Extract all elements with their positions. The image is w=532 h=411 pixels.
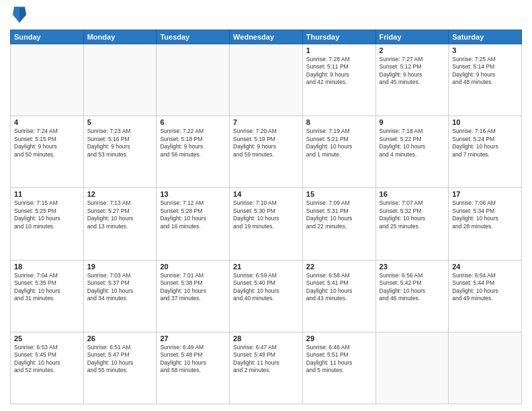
day-number: 6 bbox=[160, 118, 226, 126]
calendar-cell: 25Sunrise: 6:53 AM Sunset: 5:45 PM Dayli… bbox=[11, 332, 84, 404]
calendar-cell bbox=[83, 44, 157, 116]
day-info: Sunrise: 7:20 AM Sunset: 5:19 PM Dayligh… bbox=[233, 128, 299, 158]
calendar-cell: 23Sunrise: 6:56 AM Sunset: 5:42 PM Dayli… bbox=[375, 260, 449, 332]
logo bbox=[10, 7, 28, 24]
calendar-cell: 11Sunrise: 7:15 AM Sunset: 5:25 PM Dayli… bbox=[11, 188, 84, 260]
day-info: Sunrise: 7:03 AM Sunset: 5:37 PM Dayligh… bbox=[87, 272, 153, 303]
day-number: 1 bbox=[306, 46, 372, 54]
day-info: Sunrise: 7:16 AM Sunset: 5:24 PM Dayligh… bbox=[452, 128, 518, 158]
day-info: Sunrise: 6:59 AM Sunset: 5:40 PM Dayligh… bbox=[233, 272, 299, 303]
calendar-cell: 17Sunrise: 7:06 AM Sunset: 5:34 PM Dayli… bbox=[449, 188, 522, 260]
day-number: 4 bbox=[14, 118, 80, 126]
day-info: Sunrise: 7:18 AM Sunset: 5:22 PM Dayligh… bbox=[380, 128, 445, 158]
calendar-cell: 8Sunrise: 7:19 AM Sunset: 5:21 PM Daylig… bbox=[302, 116, 375, 188]
calendar-cell: 5Sunrise: 7:23 AM Sunset: 5:16 PM Daylig… bbox=[83, 116, 157, 188]
calendar-cell: 1Sunrise: 7:28 AM Sunset: 5:11 PM Daylig… bbox=[302, 44, 375, 116]
weekday-header-saturday: Saturday bbox=[449, 30, 522, 44]
weekday-header-monday: Monday bbox=[83, 30, 157, 44]
day-number: 13 bbox=[160, 190, 226, 198]
day-number: 5 bbox=[87, 118, 153, 126]
calendar-cell: 27Sunrise: 6:49 AM Sunset: 5:48 PM Dayli… bbox=[157, 332, 230, 404]
day-number: 28 bbox=[233, 334, 299, 342]
day-number: 18 bbox=[14, 263, 80, 271]
calendar-cell: 19Sunrise: 7:03 AM Sunset: 5:37 PM Dayli… bbox=[83, 260, 157, 332]
calendar-cell: 20Sunrise: 7:01 AM Sunset: 5:38 PM Dayli… bbox=[157, 260, 230, 332]
day-number: 24 bbox=[452, 263, 518, 271]
day-info: Sunrise: 6:46 AM Sunset: 5:51 PM Dayligh… bbox=[306, 344, 372, 375]
day-number: 27 bbox=[160, 334, 226, 342]
calendar-cell: 6Sunrise: 7:22 AM Sunset: 5:18 PM Daylig… bbox=[157, 116, 230, 188]
weekday-header-row: SundayMondayTuesdayWednesdayThursdayFrid… bbox=[11, 30, 522, 44]
calendar-cell: 7Sunrise: 7:20 AM Sunset: 5:19 PM Daylig… bbox=[230, 116, 303, 188]
calendar-cell: 26Sunrise: 6:51 AM Sunset: 5:47 PM Dayli… bbox=[83, 332, 157, 404]
day-info: Sunrise: 7:22 AM Sunset: 5:18 PM Dayligh… bbox=[160, 128, 226, 158]
header bbox=[10, 7, 522, 24]
day-info: Sunrise: 7:07 AM Sunset: 5:32 PM Dayligh… bbox=[380, 199, 445, 230]
day-info: Sunrise: 7:01 AM Sunset: 5:38 PM Dayligh… bbox=[160, 272, 226, 303]
day-number: 3 bbox=[452, 46, 518, 54]
day-info: Sunrise: 7:10 AM Sunset: 5:30 PM Dayligh… bbox=[233, 199, 299, 230]
day-info: Sunrise: 6:56 AM Sunset: 5:42 PM Dayligh… bbox=[380, 272, 445, 303]
day-number: 12 bbox=[87, 190, 153, 198]
calendar-cell: 4Sunrise: 7:24 AM Sunset: 5:15 PM Daylig… bbox=[11, 116, 84, 188]
calendar-cell bbox=[230, 44, 303, 116]
day-info: Sunrise: 7:25 AM Sunset: 5:14 PM Dayligh… bbox=[452, 56, 518, 87]
calendar-table: SundayMondayTuesdayWednesdayThursdayFrid… bbox=[10, 30, 522, 404]
calendar-cell: 18Sunrise: 7:04 AM Sunset: 5:35 PM Dayli… bbox=[11, 260, 84, 332]
day-info: Sunrise: 7:23 AM Sunset: 5:16 PM Dayligh… bbox=[87, 128, 153, 158]
day-info: Sunrise: 6:53 AM Sunset: 5:45 PM Dayligh… bbox=[14, 344, 80, 375]
day-number: 17 bbox=[452, 190, 518, 198]
calendar-cell: 9Sunrise: 7:18 AM Sunset: 5:22 PM Daylig… bbox=[375, 116, 449, 188]
calendar-cell: 14Sunrise: 7:10 AM Sunset: 5:30 PM Dayli… bbox=[230, 188, 303, 260]
day-number: 26 bbox=[87, 334, 153, 342]
page: SundayMondayTuesdayWednesdayThursdayFrid… bbox=[0, 0, 532, 411]
day-number: 10 bbox=[452, 118, 518, 126]
svg-marker-1 bbox=[19, 8, 26, 21]
calendar-week-1: 4Sunrise: 7:24 AM Sunset: 5:15 PM Daylig… bbox=[11, 116, 522, 188]
calendar-week-3: 18Sunrise: 7:04 AM Sunset: 5:35 PM Dayli… bbox=[11, 260, 522, 332]
calendar-cell: 12Sunrise: 7:13 AM Sunset: 5:27 PM Dayli… bbox=[83, 188, 157, 260]
day-info: Sunrise: 6:49 AM Sunset: 5:48 PM Dayligh… bbox=[160, 344, 226, 375]
calendar-cell bbox=[11, 44, 84, 116]
day-info: Sunrise: 7:24 AM Sunset: 5:15 PM Dayligh… bbox=[14, 128, 80, 158]
day-number: 15 bbox=[306, 190, 372, 198]
day-number: 29 bbox=[306, 334, 372, 342]
logo-icon bbox=[11, 5, 28, 24]
calendar-cell: 15Sunrise: 7:09 AM Sunset: 5:31 PM Dayli… bbox=[302, 188, 375, 260]
calendar-cell: 3Sunrise: 7:25 AM Sunset: 5:14 PM Daylig… bbox=[449, 44, 522, 116]
day-number: 16 bbox=[380, 190, 445, 198]
day-number: 9 bbox=[380, 118, 445, 126]
calendar-cell bbox=[375, 332, 449, 404]
day-info: Sunrise: 7:06 AM Sunset: 5:34 PM Dayligh… bbox=[452, 199, 518, 230]
day-info: Sunrise: 6:47 AM Sunset: 5:49 PM Dayligh… bbox=[233, 344, 299, 375]
day-info: Sunrise: 7:13 AM Sunset: 5:27 PM Dayligh… bbox=[87, 199, 153, 230]
day-info: Sunrise: 7:12 AM Sunset: 5:28 PM Dayligh… bbox=[160, 199, 226, 230]
weekday-header-tuesday: Tuesday bbox=[157, 30, 230, 44]
calendar-cell: 22Sunrise: 6:58 AM Sunset: 5:41 PM Dayli… bbox=[302, 260, 375, 332]
calendar-cell: 2Sunrise: 7:27 AM Sunset: 5:12 PM Daylig… bbox=[375, 44, 449, 116]
day-info: Sunrise: 7:09 AM Sunset: 5:31 PM Dayligh… bbox=[306, 199, 372, 230]
weekday-header-friday: Friday bbox=[375, 30, 449, 44]
day-info: Sunrise: 7:19 AM Sunset: 5:21 PM Dayligh… bbox=[306, 128, 372, 158]
weekday-header-sunday: Sunday bbox=[11, 30, 84, 44]
day-number: 14 bbox=[233, 190, 299, 198]
calendar-cell: 16Sunrise: 7:07 AM Sunset: 5:32 PM Dayli… bbox=[375, 188, 449, 260]
day-number: 25 bbox=[14, 334, 80, 342]
day-number: 19 bbox=[87, 263, 153, 271]
day-info: Sunrise: 7:27 AM Sunset: 5:12 PM Dayligh… bbox=[380, 56, 445, 87]
day-info: Sunrise: 7:28 AM Sunset: 5:11 PM Dayligh… bbox=[306, 56, 372, 87]
calendar-cell: 13Sunrise: 7:12 AM Sunset: 5:28 PM Dayli… bbox=[157, 188, 230, 260]
calendar-cell bbox=[157, 44, 230, 116]
day-info: Sunrise: 6:54 AM Sunset: 5:44 PM Dayligh… bbox=[452, 272, 518, 303]
day-number: 23 bbox=[380, 263, 445, 271]
day-number: 21 bbox=[233, 263, 299, 271]
weekday-header-thursday: Thursday bbox=[302, 30, 375, 44]
day-number: 20 bbox=[160, 263, 226, 271]
weekday-header-wednesday: Wednesday bbox=[230, 30, 303, 44]
day-info: Sunrise: 6:58 AM Sunset: 5:41 PM Dayligh… bbox=[306, 272, 372, 303]
day-info: Sunrise: 7:04 AM Sunset: 5:35 PM Dayligh… bbox=[14, 272, 80, 303]
day-number: 8 bbox=[306, 118, 372, 126]
day-number: 7 bbox=[233, 118, 299, 126]
calendar-cell bbox=[449, 332, 522, 404]
day-info: Sunrise: 6:51 AM Sunset: 5:47 PM Dayligh… bbox=[87, 344, 153, 375]
